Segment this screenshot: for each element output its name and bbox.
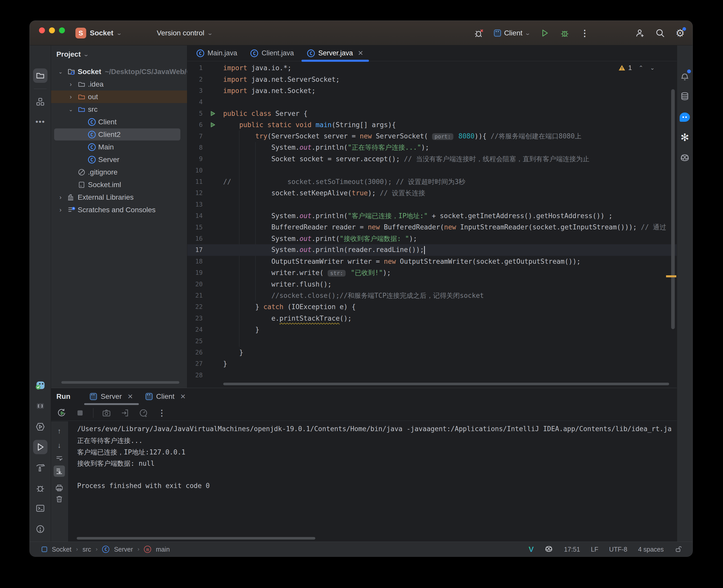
code-line-10[interactable]: 10 bbox=[187, 165, 677, 176]
code-line-24[interactable]: 24 } bbox=[187, 324, 677, 335]
next-warning-icon[interactable]: ⌄ bbox=[650, 65, 655, 71]
code-line-23[interactable]: 23 e.printStackTrace(); bbox=[187, 313, 677, 324]
breadcrumb-class[interactable]: Server bbox=[114, 546, 133, 553]
tree-item-out[interactable]: ›out bbox=[51, 90, 187, 103]
code-editor[interactable]: 1import java.io.*;2import java.net.Serve… bbox=[187, 61, 677, 388]
print-icon[interactable] bbox=[54, 482, 65, 493]
terminal-tool-button[interactable] bbox=[33, 501, 47, 516]
chevron-right-icon[interactable]: › bbox=[57, 206, 64, 213]
notifications-bell-icon[interactable] bbox=[679, 70, 690, 82]
code-line-26[interactable]: 26 } bbox=[187, 347, 677, 358]
run-line-icon[interactable] bbox=[203, 110, 223, 117]
editor-tab-main-java[interactable]: CMain.java bbox=[190, 45, 244, 61]
debug-button[interactable] bbox=[560, 28, 570, 38]
code-line-16[interactable]: 16 System.out.print("接收到客户端数据: "); bbox=[187, 233, 677, 244]
chevron-right-icon[interactable]: › bbox=[67, 93, 74, 101]
code-line-14[interactable]: 14 System.out.println("客户端已连接，IP地址:" + s… bbox=[187, 210, 677, 222]
console-output[interactable]: /Users/eve/Library/Java/JavaVirtualMachi… bbox=[68, 421, 677, 542]
prev-warning-icon[interactable]: ⌃ bbox=[639, 65, 643, 71]
debug-tool-button[interactable] bbox=[33, 481, 47, 495]
code-with-me-icon[interactable] bbox=[635, 28, 645, 38]
breadcrumb-method[interactable]: main bbox=[156, 546, 169, 553]
profiler-gauge-icon[interactable] bbox=[138, 407, 149, 418]
rerun-button[interactable] bbox=[56, 407, 67, 418]
code-line-1[interactable]: 1import java.io.*; bbox=[187, 62, 677, 74]
scroll-to-end-icon[interactable] bbox=[54, 465, 65, 477]
version-control-menu[interactable]: Version control ⌄ bbox=[157, 21, 212, 45]
code-line-11[interactable]: 11// socket.setSoTimeout(3000); // 设置超时时… bbox=[187, 176, 677, 187]
code-line-5[interactable]: 5public class Server { bbox=[187, 108, 677, 119]
clear-console-trash-icon[interactable] bbox=[54, 493, 65, 504]
run-configuration-selector[interactable]: Client ⌄ bbox=[494, 29, 530, 37]
tree-item-client2[interactable]: CClient2 bbox=[51, 128, 187, 141]
tree-item-src[interactable]: ⌄src bbox=[51, 103, 187, 115]
openai-tool-icon[interactable]: ✻ bbox=[679, 132, 690, 143]
run-button[interactable] bbox=[540, 28, 550, 38]
tree-item-socket[interactable]: ⌄Socket~/Desktop/CS/JavaWeb/C bbox=[51, 65, 187, 78]
code-line-28[interactable]: 28 bbox=[187, 370, 677, 381]
code-line-2[interactable]: 2import java.net.ServerSocket; bbox=[187, 74, 677, 85]
tree-item-socket-iml[interactable]: Socket.iml bbox=[51, 178, 187, 191]
code-line-7[interactable]: 7 try(ServerSocket server = new ServerSo… bbox=[187, 130, 677, 142]
project-horizontal-scrollbar[interactable] bbox=[61, 381, 179, 384]
tree-item--idea[interactable]: ›.idea bbox=[51, 78, 187, 90]
more-actions-button[interactable]: ⋮ bbox=[580, 28, 590, 38]
inspection-widget[interactable]: 1 ⌃ ⌄ bbox=[618, 64, 655, 72]
cursor-position[interactable]: 17:51 bbox=[564, 546, 580, 553]
minimize-window-button[interactable] bbox=[49, 27, 55, 33]
editor-tab-client-java[interactable]: CClient.java bbox=[244, 45, 300, 61]
database-tool-icon[interactable] bbox=[679, 91, 690, 102]
plugin-mascot-button[interactable] bbox=[33, 378, 47, 393]
services-tool-button[interactable] bbox=[33, 420, 47, 434]
build-tool-button[interactable] bbox=[33, 461, 47, 475]
close-tab-icon[interactable]: ✕ bbox=[180, 393, 186, 401]
project-menu[interactable]: S Socket ⌄ bbox=[76, 21, 121, 45]
tree-item-server[interactable]: CServer bbox=[51, 153, 187, 166]
tree-item--gitignore[interactable]: .gitignore bbox=[51, 166, 187, 178]
code-line-20[interactable]: 20 writer.flush(); bbox=[187, 278, 677, 290]
code-line-19[interactable]: 19 writer.write( str: "已收到!"); bbox=[187, 267, 677, 278]
close-tab-icon[interactable]: ✕ bbox=[127, 393, 133, 401]
console-horizontal-scrollbar[interactable] bbox=[77, 537, 315, 540]
code-line-3[interactable]: 3import java.net.Socket; bbox=[187, 85, 677, 97]
scroll-up-icon[interactable]: ↑ bbox=[54, 425, 65, 437]
code-line-22[interactable]: 22 } catch (IOException e) { bbox=[187, 301, 677, 312]
code-line-15[interactable]: 15 BufferedReader reader = new BufferedR… bbox=[187, 222, 677, 233]
tree-item-main[interactable]: CMain bbox=[51, 141, 187, 153]
settings-gear-icon[interactable]: ⚙ bbox=[675, 28, 685, 38]
code-line-12[interactable]: 12 socket.setKeepAlive(true); // 设置长连接 bbox=[187, 187, 677, 198]
run-line-icon[interactable] bbox=[203, 122, 223, 128]
scroll-down-icon[interactable]: ↓ bbox=[54, 440, 65, 451]
code-line-25[interactable]: 25 bbox=[187, 335, 677, 346]
ai-chat-tool-icon[interactable] bbox=[679, 111, 690, 123]
editor-tab-server-java[interactable]: CServer.java✕ bbox=[300, 45, 370, 61]
maximize-window-button[interactable] bbox=[59, 27, 65, 33]
project-tool-button[interactable] bbox=[33, 68, 47, 83]
soft-wrap-icon[interactable] bbox=[54, 453, 65, 464]
run-tab-server[interactable]: Server✕ bbox=[84, 388, 139, 405]
search-everywhere-icon[interactable] bbox=[655, 28, 665, 38]
structure-tool-button[interactable] bbox=[33, 94, 47, 109]
chevron-right-icon[interactable]: › bbox=[57, 194, 64, 201]
tree-item-client[interactable]: CClient bbox=[51, 115, 187, 128]
more-console-actions-button[interactable]: ⋮ bbox=[157, 407, 167, 418]
breadcrumb-project[interactable]: Socket bbox=[52, 546, 71, 553]
v-plugin-icon[interactable]: V bbox=[528, 545, 534, 554]
indent-setting[interactable]: 4 spaces bbox=[638, 546, 664, 553]
code-line-18[interactable]: 18 OutputStreamWriter writer = new Outpu… bbox=[187, 256, 677, 267]
chevron-down-icon[interactable]: ⌄ bbox=[57, 69, 64, 75]
warning-stripe-mark[interactable] bbox=[666, 275, 676, 277]
code-line-4[interactable]: 4 bbox=[187, 97, 677, 108]
stop-button[interactable] bbox=[75, 407, 85, 418]
close-tab-icon[interactable]: ✕ bbox=[358, 49, 364, 57]
chevron-down-icon[interactable]: ⌄ bbox=[67, 106, 74, 112]
editor-horizontal-scrollbar[interactable] bbox=[223, 383, 669, 385]
brackets-tool-button[interactable] bbox=[33, 399, 47, 413]
code-line-8[interactable]: 8 System.out.println("正在等待客户连接..."); bbox=[187, 142, 677, 153]
tree-item-external-libraries[interactable]: ›External Libraries bbox=[51, 191, 187, 204]
code-line-6[interactable]: 6 public static void main(String[] args)… bbox=[187, 119, 677, 130]
chevron-right-icon[interactable]: › bbox=[67, 81, 74, 88]
file-encoding[interactable]: UTF-8 bbox=[609, 546, 627, 553]
line-separator[interactable]: LF bbox=[591, 546, 598, 553]
code-line-27[interactable]: 27} bbox=[187, 358, 677, 369]
